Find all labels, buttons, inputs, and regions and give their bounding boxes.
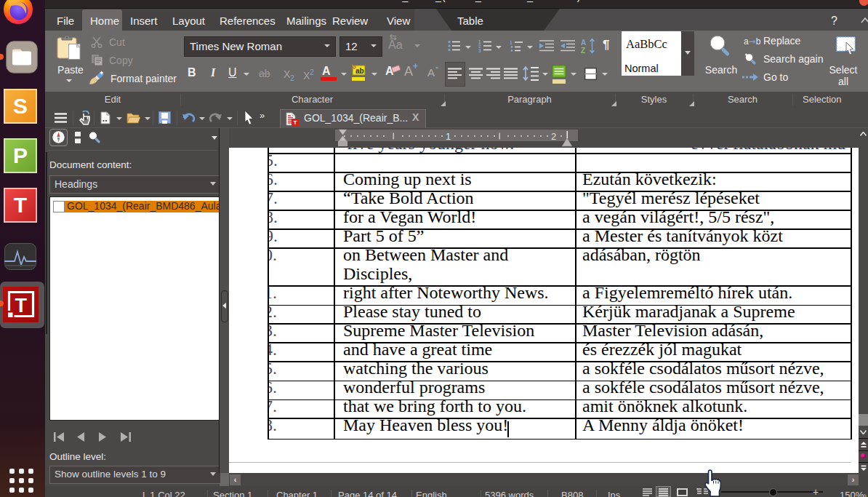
svg-text:A: A [581, 39, 586, 47]
svg-text:T: T [15, 295, 28, 317]
svg-text:1: 1 [446, 131, 451, 142]
svg-text:1: 1 [510, 40, 513, 45]
svg-text:Z: Z [581, 47, 585, 54]
svg-text:2: 2 [551, 131, 556, 142]
svg-text:3: 3 [478, 48, 481, 52]
svg-text:T: T [294, 119, 297, 126]
svg-text:ab: ab [355, 67, 364, 75]
